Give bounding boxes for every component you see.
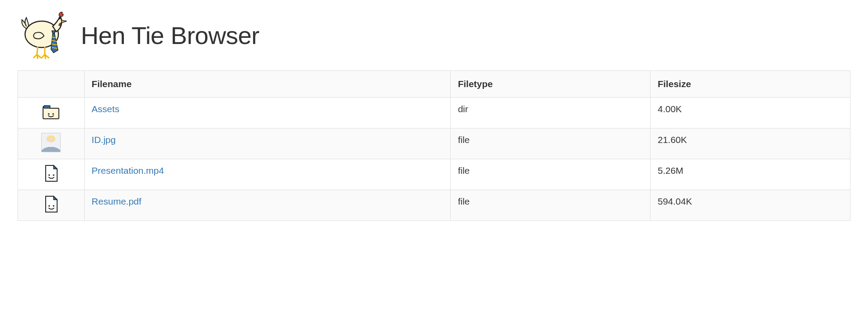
svg-line-6 xyxy=(37,47,38,55)
row-size-cell: 21.60K xyxy=(651,128,850,159)
svg-rect-14 xyxy=(44,106,50,108)
file-link[interactable]: Presentation.mp4 xyxy=(92,165,164,176)
file-link[interactable]: Assets xyxy=(92,104,119,114)
row-name-cell: Presentation.mp4 xyxy=(84,159,451,190)
row-name-cell: Assets xyxy=(84,98,451,128)
svg-point-18 xyxy=(53,174,54,176)
file-link[interactable]: Resume.pdf xyxy=(92,196,141,206)
file-link[interactable]: ID.jpg xyxy=(92,135,116,145)
row-type-cell: dir xyxy=(451,98,651,128)
row-icon-cell xyxy=(18,190,85,221)
table-row: Assets dir 4.00K xyxy=(18,98,850,128)
page-title: Hen Tie Browser xyxy=(81,21,259,50)
table-header-filename: Filename xyxy=(84,71,451,98)
file-icon xyxy=(41,194,61,214)
row-type-cell: file xyxy=(451,190,651,221)
photo-thumbnail-icon xyxy=(41,133,61,152)
table-header-icon xyxy=(18,71,85,98)
table-row: Resume.pdf file 594.04K xyxy=(18,190,850,221)
row-icon-cell xyxy=(18,128,85,159)
table-row: ID.jpg file 21.60K xyxy=(18,128,850,159)
row-size-cell: 4.00K xyxy=(651,98,850,128)
row-icon-cell xyxy=(18,98,85,128)
hen-tie-logo-icon xyxy=(18,9,70,62)
svg-point-17 xyxy=(48,174,50,176)
svg-point-20 xyxy=(53,205,54,207)
table-row: Presentation.mp4 file 5.26M xyxy=(18,159,850,190)
page-header: Hen Tie Browser xyxy=(18,9,850,62)
svg-point-16 xyxy=(52,113,54,115)
table-header-filetype: Filetype xyxy=(451,71,651,98)
file-table: Filename Filetype Filesize xyxy=(18,70,850,221)
row-size-cell: 5.26M xyxy=(651,159,850,190)
svg-point-15 xyxy=(48,113,50,115)
row-name-cell: Resume.pdf xyxy=(84,190,451,221)
svg-point-19 xyxy=(48,205,50,207)
svg-point-1 xyxy=(59,18,61,19)
table-header-row: Filename Filetype Filesize xyxy=(18,71,850,98)
row-icon-cell xyxy=(18,159,85,190)
table-header-filesize: Filesize xyxy=(651,71,850,98)
folder-icon xyxy=(41,102,61,121)
row-type-cell: file xyxy=(451,128,651,159)
row-name-cell: ID.jpg xyxy=(84,128,451,159)
file-icon xyxy=(41,164,61,183)
row-size-cell: 594.04K xyxy=(651,190,850,221)
row-type-cell: file xyxy=(451,159,651,190)
